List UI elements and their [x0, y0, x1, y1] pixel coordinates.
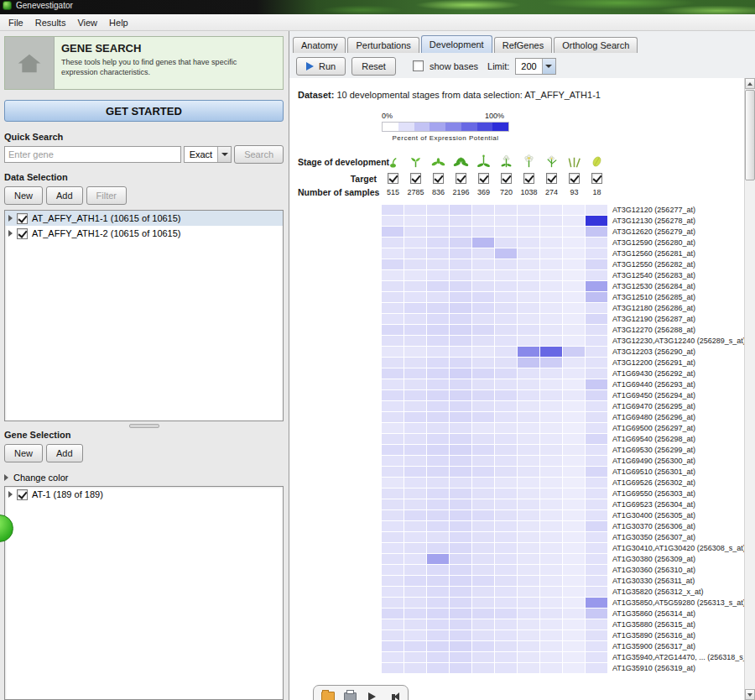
data-selection-item[interactable]: AT_AFFY_ATH1-1 (10615 of 10615) [5, 211, 283, 226]
gene-selection-label: Gene Selection [4, 430, 284, 440]
tab-refgenes[interactable]: RefGenes [494, 37, 553, 53]
heatmap-cell [472, 259, 494, 269]
heatmap-cell [563, 598, 585, 608]
expand-arrow-icon[interactable] [8, 215, 13, 222]
heatmap-cell [427, 270, 449, 280]
tab-ortholog-search[interactable]: Ortholog Search [554, 37, 638, 53]
show-bases-checkbox[interactable] [413, 60, 424, 71]
gene-selection-item-checkbox[interactable] [17, 489, 28, 500]
heatmap-cells [382, 554, 607, 564]
target-checkbox-seedling[interactable] [410, 173, 421, 184]
heatmap-cell [495, 543, 517, 553]
scroll-down-button[interactable] [745, 689, 755, 700]
change-color-row[interactable]: Change color [4, 473, 284, 483]
chevron-down-icon[interactable] [217, 147, 231, 162]
play-chart-button[interactable] [364, 689, 379, 700]
heatmap-cell [450, 619, 471, 629]
get-started-button[interactable]: GET STARTED [4, 100, 284, 122]
heatmap-cells [382, 390, 607, 400]
expand-arrow-icon[interactable] [8, 491, 13, 498]
heatmap-cell [382, 379, 404, 389]
data-selection-item-checkbox[interactable] [17, 228, 28, 239]
gene-row-label: AT1G69510 (256301_at) [612, 468, 695, 476]
heatmap-cell [404, 347, 426, 357]
export-folder-button[interactable] [320, 689, 336, 700]
heatmap-cell [382, 205, 404, 215]
limit-combo[interactable]: 200 [515, 58, 555, 75]
data-selection-item[interactable]: AT_AFFY_ATH1-2 (10615 of 10615) [5, 226, 283, 241]
heatmap-cell [382, 434, 404, 444]
gene-row-label: AT1G35900 (256317_at) [612, 642, 695, 650]
target-checkbox-developed-flower[interactable] [523, 173, 534, 184]
panel-splitter[interactable] [4, 421, 284, 430]
gene-row-label: AT1G69480 (256296_at) [612, 413, 695, 421]
heatmap-cell [540, 609, 562, 619]
legend-step [477, 123, 493, 131]
heatmap-row: AT3G12230,AT3G12240 (256289_s_at) [298, 336, 744, 346]
heatmap-cell [472, 630, 494, 640]
heatmap-cell [518, 401, 539, 411]
heatmap-cell [472, 368, 494, 379]
gene-row-label: AT3G12230,AT3G12240 (256289_s_at) [612, 337, 744, 345]
target-checkbox-mature-siliques[interactable] [569, 173, 580, 184]
target-checkbox-young-flower[interactable] [501, 173, 512, 184]
target-checkbox-senescence[interactable] [591, 173, 602, 184]
heatmap-cells [382, 488, 607, 499]
dataset-line: Dataset: 10 developmental stages from da… [298, 90, 744, 100]
chevron-down-icon[interactable] [542, 59, 555, 74]
heatmap-cell [540, 216, 562, 226]
target-checkbox-bolting[interactable] [478, 173, 489, 184]
scrollbar-thumb[interactable] [745, 90, 755, 180]
heatmap-cell [495, 499, 517, 509]
expand-arrow-icon[interactable] [4, 474, 8, 481]
search-button[interactable]: Search [234, 145, 284, 164]
data-selection-new-button[interactable]: New [4, 186, 43, 205]
heatmap-cell [563, 554, 585, 564]
target-checkbox-germinated-seed[interactable] [388, 173, 398, 184]
heatmap-cell [450, 259, 471, 269]
heatmap-cell [518, 314, 539, 324]
gene-selection-add-button[interactable]: Add [46, 444, 83, 462]
expand-arrow-icon[interactable] [8, 230, 13, 237]
heatmap-cell [586, 445, 607, 455]
gene-search-input[interactable] [4, 146, 181, 163]
heatmap-cell [540, 598, 562, 608]
menu-file[interactable]: File [3, 16, 29, 29]
menu-help[interactable]: Help [103, 16, 134, 29]
data-selection-item-checkbox[interactable] [17, 213, 28, 224]
heatmap-cell [540, 238, 562, 248]
gene-search-description: These tools help you to find genes that … [61, 58, 263, 77]
print-button[interactable] [342, 689, 357, 700]
tab-anatomy[interactable]: Anatomy [293, 37, 346, 53]
gene-selection-item[interactable]: AT-1 (189 of 189) [5, 487, 283, 502]
heatmap-cell [427, 445, 449, 455]
heatmap-cell [427, 554, 449, 564]
target-checkbox-developed-rosette[interactable] [456, 173, 466, 184]
match-mode-combo[interactable]: Exact [184, 146, 232, 163]
run-button[interactable]: Run [296, 57, 346, 76]
heatmap-cells [382, 576, 607, 586]
target-checkbox-flowers-and-siliques[interactable] [546, 173, 557, 184]
audio-button[interactable] [386, 689, 401, 700]
heatmap-row: AT1G35940,AT2G14470, ... (256318_s_at) [298, 652, 744, 662]
menu-view[interactable]: View [71, 16, 103, 29]
gene-row-label: AT3G12590 (256280_at) [612, 238, 695, 247]
heatmap-cells [382, 467, 607, 477]
menu-results[interactable]: Results [29, 16, 72, 29]
scroll-up-button[interactable] [745, 78, 755, 89]
tab-development[interactable]: Development [421, 35, 492, 53]
tab-perturbations[interactable]: Perturbations [347, 37, 419, 53]
heatmap-cell [404, 478, 426, 488]
heatmap-cell [427, 532, 449, 542]
heatmap-cell [586, 368, 607, 379]
legend-step [383, 123, 398, 131]
data-selection-filter-button[interactable]: Filter [86, 186, 127, 205]
home-icon[interactable] [5, 37, 55, 89]
target-checkbox-young-rosette[interactable] [433, 173, 444, 184]
heatmap-cell [563, 521, 585, 531]
gene-selection-new-button[interactable]: New [4, 444, 43, 462]
young-rosette-icon [427, 154, 450, 170]
data-selection-add-button[interactable]: Add [46, 186, 83, 205]
reset-button[interactable]: Reset [351, 57, 396, 76]
heatmap-row: AT1G35900 (256317_at) [298, 641, 744, 651]
